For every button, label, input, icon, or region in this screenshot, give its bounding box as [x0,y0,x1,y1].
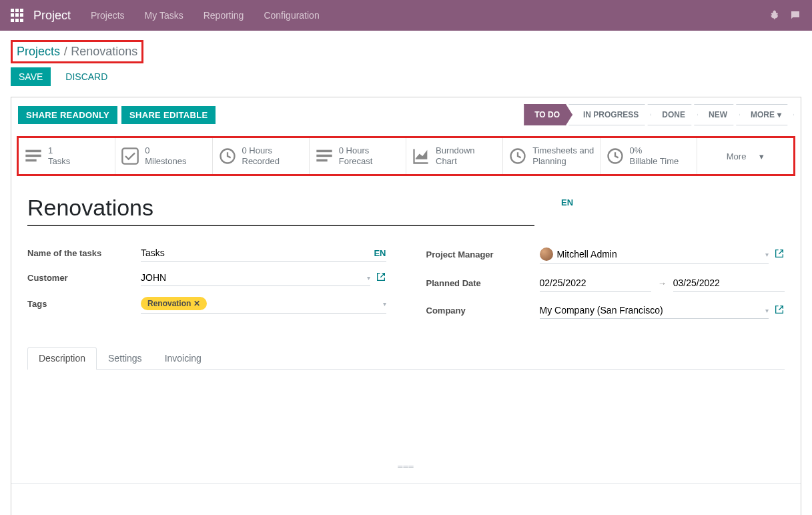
tag-pill: Renovation ✕ [141,297,207,310]
label-customer: Customer [27,273,141,283]
save-button[interactable]: SAVE [11,67,51,86]
chat-icon[interactable] [789,9,801,21]
status-in-progress[interactable]: IN PROGRESS [568,104,651,125]
breadcrumb-separator: / [64,45,67,58]
chevron-down-icon: ▾ [759,151,764,161]
tag-remove-icon[interactable]: ✕ [193,299,200,308]
tab-description[interactable]: Description [27,347,97,370]
status-done[interactable]: DONE [647,104,698,125]
date-end-input[interactable] [673,275,785,292]
form-tabs: Description Settings Invoicing [27,347,785,370]
breadcrumb-current: Renovations [71,45,137,58]
lang-badge[interactable]: EN [561,197,573,207]
breadcrumb-parent[interactable]: Projects [17,45,60,58]
share-editable-button[interactable]: SHARE EDITABLE [121,106,216,124]
nav-configuration[interactable]: Configuration [264,10,319,21]
svg-rect-7 [316,159,327,162]
customer-input[interactable] [141,272,363,283]
label-planned-date: Planned Date [426,278,540,288]
resize-handle[interactable]: ═══ [27,463,785,470]
share-readonly-button[interactable]: SHARE READONLY [18,106,117,124]
clock-icon [218,147,237,165]
date-start-input[interactable] [540,275,651,292]
stat-burndown[interactable]: BurndownChart [406,138,503,174]
form-sheet: SHARE READONLY SHARE EDITABLE TO DO IN P… [11,97,801,515]
chevron-down-icon[interactable]: ▾ [383,300,386,308]
status-new[interactable]: NEW [694,104,740,125]
check-icon [121,147,139,165]
chevron-down-icon: ▾ [777,110,781,119]
svg-rect-6 [316,155,332,157]
external-link-icon[interactable] [774,248,785,261]
name-of-tasks-input[interactable] [141,247,370,258]
nav-my-tasks[interactable]: My Tasks [145,10,183,21]
chevron-down-icon[interactable]: ▾ [765,251,769,258]
nav-projects[interactable]: Projects [91,10,125,21]
top-navbar: Project Projects My Tasks Reporting Conf… [0,0,812,31]
chevron-down-icon[interactable]: ▾ [765,307,769,314]
svg-rect-3 [123,148,138,163]
external-link-icon[interactable] [376,272,386,284]
chevron-down-icon[interactable]: ▾ [367,274,370,282]
svg-rect-2 [25,159,36,162]
tab-settings[interactable]: Settings [97,347,153,369]
project-title-input[interactable] [27,193,534,226]
stat-buttons-row: 1Tasks 0Milestones 0 HoursRecorded 0 Hou… [17,136,795,176]
list-icon [24,147,43,165]
apps-icon[interactable] [11,9,24,22]
label-tags: Tags [27,299,141,309]
label-project-manager: Project Manager [426,249,540,260]
external-link-icon[interactable] [774,304,785,317]
status-more[interactable]: MORE ▾ [736,104,794,125]
list-icon [315,147,334,165]
stat-forecast[interactable]: 0 HoursForecast [310,138,406,174]
label-company: Company [426,306,540,316]
project-manager-input[interactable] [557,249,762,260]
tab-content[interactable] [27,370,785,463]
bug-icon[interactable] [768,9,780,21]
avatar [540,247,553,261]
label-name-of-tasks: Name of the tasks [27,248,141,258]
bottom-strip [11,483,801,515]
arrow-right-icon: → [658,278,667,288]
svg-rect-5 [316,150,332,153]
status-todo[interactable]: TO DO [524,104,572,125]
chart-icon [412,147,430,165]
clock-icon [508,147,527,165]
stat-milestones[interactable]: 0Milestones [115,138,212,174]
svg-rect-1 [25,155,41,157]
app-brand: Project [33,9,71,23]
tag-label: Renovation [147,299,191,308]
stat-billable[interactable]: 0%Billable Time [600,138,697,174]
tab-invoicing[interactable]: Invoicing [153,347,213,369]
svg-rect-0 [25,150,41,153]
clock-icon [606,147,625,165]
lang-badge-small[interactable]: EN [374,248,386,258]
stat-timesheets[interactable]: Timesheets and Planning [503,138,600,174]
status-bar: TO DO IN PROGRESS DONE NEW MORE ▾ [524,104,794,125]
stat-more[interactable]: More ▾ [697,138,793,174]
company-input[interactable] [540,305,762,316]
nav-reporting[interactable]: Reporting [204,10,244,21]
stat-tasks[interactable]: 1Tasks [19,138,115,174]
breadcrumb: Projects / Renovations [11,40,143,63]
stat-recorded[interactable]: 0 HoursRecorded [213,138,310,174]
discard-button[interactable]: DISCARD [57,67,115,86]
